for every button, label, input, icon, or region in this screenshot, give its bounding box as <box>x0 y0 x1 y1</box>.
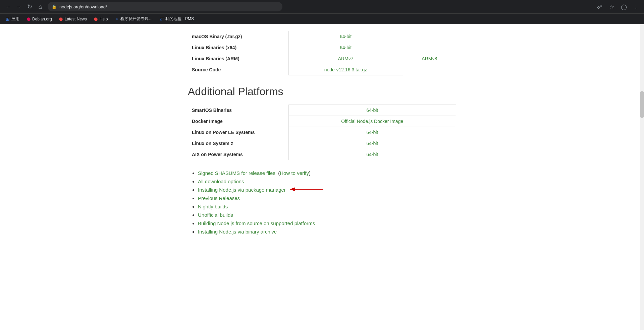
package-manager-link[interactable]: Installing Node.js via package manager <box>198 187 286 193</box>
bookmark-zt-label: 我的地盘 - PMS <box>165 16 194 22</box>
unofficial-builds-link[interactable]: Unofficial builds <box>198 212 233 218</box>
additional-platforms-heading: Additional Platforms <box>188 85 456 98</box>
linux-arm-label: Linux Binaries (ARM) <box>188 53 288 64</box>
table-row: SmartOS Binaries 64-bit <box>188 105 456 116</box>
bookmark-help[interactable]: ⬤ Help <box>91 16 111 22</box>
bookmark-debian[interactable]: ⬤ Debian.org <box>23 16 55 22</box>
back-button[interactable]: ← <box>3 2 13 11</box>
scrollbar-thumb[interactable] <box>640 91 644 118</box>
linux-armv8-cell[interactable]: ARMv8 <box>403 53 456 64</box>
linux-armv8-link[interactable]: ARMv8 <box>422 56 437 61</box>
lock-icon: 🔒 <box>52 4 57 9</box>
prog-favicon: ○ <box>114 17 119 21</box>
macos-64bit-cell[interactable]: 64-bit <box>288 31 403 42</box>
browser-chrome: ← → ↻ ⌂ 🔒 nodejs.org/en/download/ ☍ ☆ ◯ … <box>0 0 644 13</box>
zt-favicon: ZT <box>159 17 164 21</box>
links-list: Signed SHASUMS for release files (How to… <box>188 170 456 235</box>
star-button[interactable]: ☆ <box>607 2 616 11</box>
table-row: Linux on Power LE Systems 64-bit <box>188 127 456 138</box>
smartos-label: SmartOS Binaries <box>188 105 288 116</box>
list-item: Installing Node.js via binary archive <box>198 229 456 235</box>
aix-label: AIX on Power Systems <box>188 149 288 160</box>
bookmark-prog[interactable]: ○ 程序员开发专属… <box>112 15 155 22</box>
power-le-label: Linux on Power LE Systems <box>188 127 288 138</box>
linux-armv7-link[interactable]: ARMv7 <box>338 56 354 61</box>
table-row: Source Code node-v12.16.3.tar.gz <box>188 64 456 75</box>
help-favicon: ⬤ <box>94 17 98 21</box>
power-le-cell[interactable]: 64-bit <box>288 127 456 138</box>
table-row: AIX on Power Systems 64-bit <box>188 149 456 160</box>
bookmark-news-label: Latest News <box>65 17 87 21</box>
bookmark-apps-label: 应用 <box>11 16 19 22</box>
page-wrapper: macOS Binary (.tar.gz) 64-bit Linux Bina… <box>0 24 644 248</box>
docker-label: Docker Image <box>188 116 288 127</box>
bookmark-news[interactable]: ⬤ Latest News <box>56 16 90 22</box>
docker-link[interactable]: Official Node.js Docker Image <box>341 119 403 124</box>
all-download-options-link[interactable]: All download options <box>198 179 244 184</box>
bookmark-help-label: Help <box>100 17 108 21</box>
reload-button[interactable]: ↻ <box>25 2 34 11</box>
smartos-64bit-link[interactable]: 64-bit <box>366 108 378 113</box>
bookmarks-bar: ⊞ 应用 ⬤ Debian.org ⬤ Latest News ⬤ Help ○… <box>0 13 644 24</box>
top-download-table: macOS Binary (.tar.gz) 64-bit Linux Bina… <box>188 31 456 75</box>
building-from-source-link[interactable]: Building Node.js from source on supporte… <box>198 220 315 226</box>
scrollbar-track <box>640 24 644 248</box>
source-code-cell[interactable]: node-v12.16.3.tar.gz <box>288 64 403 75</box>
table-row: macOS Binary (.tar.gz) 64-bit <box>188 31 456 42</box>
linux-armv7-cell[interactable]: ARMv7 <box>288 53 403 64</box>
table-row: Linux Binaries (ARM) ARMv7 ARMv8 <box>188 53 456 64</box>
macos-64bit-link[interactable]: 64-bit <box>340 34 352 39</box>
bookmark-prog-label: 程序员开发专属… <box>120 16 153 22</box>
arrow-annotation <box>286 184 327 194</box>
debian-favicon: ⬤ <box>26 17 31 21</box>
source-code-label: Source Code <box>188 64 288 75</box>
aix-link[interactable]: 64-bit <box>366 152 378 157</box>
linux-x64-cell[interactable]: 64-bit <box>288 42 403 53</box>
news-favicon: ⬤ <box>59 17 63 21</box>
browser-actions: ☍ ☆ ◯ ⋮ <box>595 2 641 11</box>
account-button[interactable]: ◯ <box>619 2 629 11</box>
list-item: Previous Releases <box>198 195 456 201</box>
table-row: Linux on System z 64-bit <box>188 138 456 149</box>
macos-binary-label: macOS Binary (.tar.gz) <box>188 31 288 42</box>
bookmark-debian-label: Debian.org <box>32 17 52 21</box>
bookmark-apps[interactable]: ⊞ 应用 <box>3 15 22 22</box>
nav-buttons: ← → ↻ ⌂ <box>3 2 45 11</box>
content-area: macOS Binary (.tar.gz) 64-bit Linux Bina… <box>107 31 537 235</box>
list-item: All download options <box>198 179 456 184</box>
source-code-link[interactable]: node-v12.16.3.tar.gz <box>324 67 367 72</box>
translate-button[interactable]: ☍ <box>595 2 604 11</box>
nightly-builds-link[interactable]: Nightly builds <box>198 204 228 209</box>
docker-cell[interactable]: Official Node.js Docker Image <box>288 116 456 127</box>
list-item: Building Node.js from source on supporte… <box>198 220 456 226</box>
shasums-link[interactable]: Signed SHASUMS for release files <box>198 170 275 176</box>
power-le-link[interactable]: 64-bit <box>366 130 378 135</box>
home-button[interactable]: ⌂ <box>36 2 45 11</box>
address-bar[interactable]: 🔒 nodejs.org/en/download/ <box>48 2 282 11</box>
menu-button[interactable]: ⋮ <box>631 2 641 11</box>
how-to-verify-link[interactable]: How to verify <box>280 170 309 176</box>
forward-button[interactable]: → <box>14 2 23 11</box>
system-z-label: Linux on System z <box>188 138 288 149</box>
platforms-table: SmartOS Binaries 64-bit Docker Image Off… <box>188 105 456 160</box>
table-row: Docker Image Official Node.js Docker Ima… <box>188 116 456 127</box>
system-z-cell[interactable]: 64-bit <box>288 138 456 149</box>
previous-releases-link[interactable]: Previous Releases <box>198 195 240 201</box>
list-item: Signed SHASUMS for release files (How to… <box>198 170 456 176</box>
apps-favicon: ⊞ <box>5 17 10 21</box>
binary-archive-link[interactable]: Installing Node.js via binary archive <box>198 229 277 235</box>
list-item: Nightly builds <box>198 204 456 209</box>
table-row: Linux Binaries (x64) 64-bit <box>188 42 456 53</box>
list-item: Unofficial builds <box>198 212 456 218</box>
linux-x64-link[interactable]: 64-bit <box>340 45 352 50</box>
list-item: Installing Node.js via package manager <box>198 187 456 193</box>
smartos-64bit-cell[interactable]: 64-bit <box>288 105 456 116</box>
bookmark-zt[interactable]: ZT 我的地盘 - PMS <box>157 15 197 22</box>
system-z-link[interactable]: 64-bit <box>366 141 378 146</box>
url-text: nodejs.org/en/download/ <box>59 4 107 9</box>
linux-x64-label: Linux Binaries (x64) <box>188 42 288 53</box>
aix-cell[interactable]: 64-bit <box>288 149 456 160</box>
